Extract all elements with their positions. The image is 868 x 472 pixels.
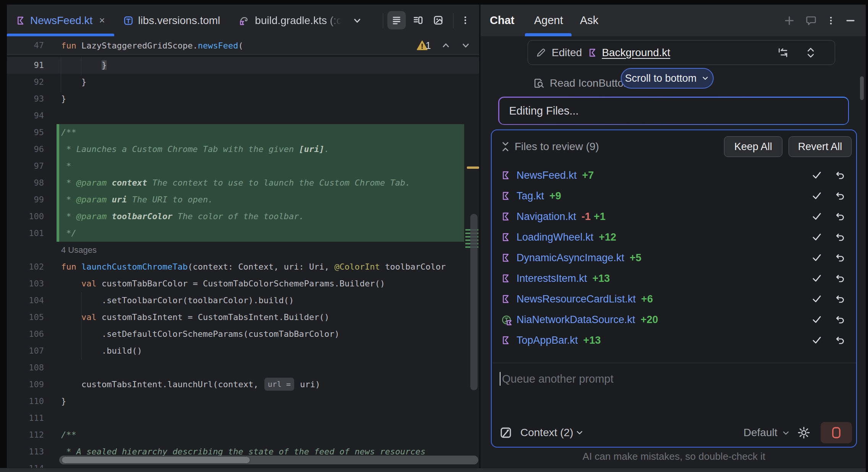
edited-file-card[interactable]: Edited Background.kt: [528, 40, 835, 65]
review-file-row[interactable]: Navigation.kt-1+1: [492, 206, 856, 227]
revert-file-button[interactable]: [833, 169, 846, 182]
code-line[interactable]: 97 *: [7, 158, 479, 175]
chevron-down-icon[interactable]: [781, 428, 790, 438]
review-file-row[interactable]: Tag.kt+9: [492, 186, 856, 206]
settings-gear-icon[interactable]: [797, 425, 811, 440]
file-link[interactable]: NewsResourceCardList.kt: [517, 293, 636, 305]
keep-file-button[interactable]: [810, 210, 823, 223]
revert-file-button[interactable]: [833, 334, 846, 347]
file-link[interactable]: Tag.kt: [517, 190, 544, 202]
review-file-row[interactable]: NewsFeed.kt+7: [492, 165, 856, 186]
revert-file-button[interactable]: [833, 293, 846, 306]
tab-agent[interactable]: Agent: [534, 5, 563, 36]
expand-card-icon[interactable]: [805, 46, 816, 59]
tab-libs-versions-toml[interactable]: libs.versions.toml: [114, 5, 230, 36]
edited-file-link[interactable]: Background.kt: [602, 47, 670, 59]
code-line[interactable]: 94: [7, 107, 479, 124]
model-dropdown[interactable]: Default: [743, 421, 777, 444]
chat-more-options-icon[interactable]: [823, 13, 839, 28]
file-link[interactable]: Navigation.kt: [517, 211, 576, 223]
chat-history-icon[interactable]: [803, 13, 819, 28]
code-line[interactable]: 95/**: [7, 124, 479, 141]
file-link[interactable]: NewsFeed.kt: [517, 170, 577, 181]
revert-file-button[interactable]: [833, 189, 846, 202]
code-line[interactable]: 105 val customTabsIntent = CustomTabsInt…: [7, 309, 479, 326]
review-file-row[interactable]: DynamicAsyncImage.kt+5: [492, 247, 856, 268]
image-preview-icon[interactable]: [429, 11, 447, 29]
keep-file-button[interactable]: [810, 189, 823, 202]
revert-file-button[interactable]: [833, 210, 846, 223]
keep-all-button[interactable]: Keep All: [724, 136, 782, 157]
code-line[interactable]: 102fun launchCustomChromeTab(context: Co…: [7, 259, 479, 275]
review-file-row[interactable]: InterestsItem.kt+13: [492, 268, 856, 289]
keep-file-button[interactable]: [810, 251, 823, 264]
chevron-down-icon[interactable]: [352, 16, 362, 26]
file-link[interactable]: TopAppBar.kt: [517, 335, 578, 346]
revert-file-button[interactable]: [833, 272, 846, 285]
show-diff-icon[interactable]: [777, 47, 789, 59]
collapse-section-icon[interactable]: [500, 141, 511, 152]
scroll-to-bottom-button[interactable]: Scroll to bottom: [621, 68, 714, 89]
code-line[interactable]: 103 val customTabBarColor = CustomTabCol…: [7, 275, 479, 292]
tab-newsfeed-kt[interactable]: NewsFeed.kt ×: [7, 5, 114, 36]
next-issue-icon[interactable]: [461, 40, 471, 50]
keep-file-button[interactable]: [810, 313, 823, 326]
prev-issue-icon[interactable]: [441, 40, 451, 50]
file-link[interactable]: LoadingWheel.kt: [517, 231, 593, 243]
usages-inlay-hint[interactable]: 4 Usages: [7, 242, 479, 259]
file-link[interactable]: NiaNetworkDataSource.kt: [517, 314, 635, 326]
close-tab-icon[interactable]: ×: [99, 15, 105, 26]
revert-all-button[interactable]: Revert All: [789, 136, 852, 157]
chevron-down-icon[interactable]: [575, 428, 584, 437]
keep-file-button[interactable]: [810, 334, 823, 347]
code-line[interactable]: 99 * @param uri The URI to open.: [7, 191, 479, 208]
split-editor-icon[interactable]: [409, 11, 427, 29]
new-chat-icon[interactable]: [782, 13, 797, 28]
code-line[interactable]: 96 * Launches a Custom Chrome Tab with t…: [7, 141, 479, 158]
context-dropdown[interactable]: Context (2): [520, 421, 573, 444]
review-file-row[interactable]: NiaNetworkDataSource.kt+20: [492, 309, 856, 330]
code-line[interactable]: 92 }: [7, 74, 479, 91]
code-line[interactable]: 111: [7, 410, 479, 427]
code-line[interactable]: 110}: [7, 393, 479, 410]
tab-ask[interactable]: Ask: [580, 5, 598, 36]
revert-file-button[interactable]: [833, 313, 846, 326]
keep-file-button[interactable]: [810, 293, 823, 306]
chat-scrollbar[interactable]: [860, 76, 864, 100]
prompt-input[interactable]: Queue another prompt: [500, 372, 614, 386]
code-line[interactable]: 107 .build(): [7, 343, 479, 359]
review-file-row[interactable]: NewsResourceCardList.kt+6: [492, 289, 856, 309]
keep-file-button[interactable]: [810, 231, 823, 244]
code-line[interactable]: 91 }: [7, 57, 479, 74]
editor-list-view-icon[interactable]: [387, 11, 406, 29]
attach-context-icon[interactable]: [499, 426, 512, 439]
code-line[interactable]: 93}: [7, 91, 479, 107]
keep-file-button[interactable]: [810, 272, 823, 285]
code-line[interactable]: 104 .setToolbarColor(toolbarColor).build…: [7, 292, 479, 309]
editor-vertical-scrollbar[interactable]: [470, 214, 478, 390]
tab-build-gradle-kts[interactable]: build.gradle.kts (:c: [229, 5, 371, 36]
code-line[interactable]: 101 */: [7, 225, 479, 242]
file-link[interactable]: DynamicAsyncImage.kt: [517, 252, 624, 264]
code-line[interactable]: 108: [7, 359, 479, 376]
code-line[interactable]: 100 * @param toolbarColor The color of t…: [7, 208, 479, 225]
minimize-panel-icon[interactable]: [843, 13, 858, 28]
code-line[interactable]: 106 .setDefaultColorSchemeParams(customT…: [7, 326, 479, 343]
warning-stripe-mark[interactable]: [467, 166, 479, 169]
revert-file-button[interactable]: [833, 251, 846, 264]
editor-horizontal-scrollbar[interactable]: [59, 456, 478, 464]
keep-file-button[interactable]: [810, 169, 823, 182]
code-line[interactable]: 109 customTabsIntent.launchUrl(context, …: [7, 376, 479, 393]
scrollbar-thumb[interactable]: [62, 456, 250, 464]
code-line[interactable]: 98 * @param context The context to use t…: [7, 175, 479, 191]
review-file-row[interactable]: TopAppBar.kt+13: [492, 330, 856, 351]
stop-generation-button[interactable]: [821, 422, 852, 443]
review-file-row[interactable]: LoadingWheel.kt+12: [492, 227, 856, 247]
code-line[interactable]: 112/**: [7, 427, 479, 443]
file-link[interactable]: InterestsItem.kt: [517, 273, 587, 284]
editor-more-options-icon[interactable]: [456, 11, 474, 29]
revert-file-button[interactable]: [833, 231, 846, 244]
tab-chat[interactable]: Chat: [490, 5, 514, 36]
tab-label: NewsFeed.kt: [30, 15, 92, 27]
warning-indicator[interactable]: 1: [416, 40, 431, 51]
